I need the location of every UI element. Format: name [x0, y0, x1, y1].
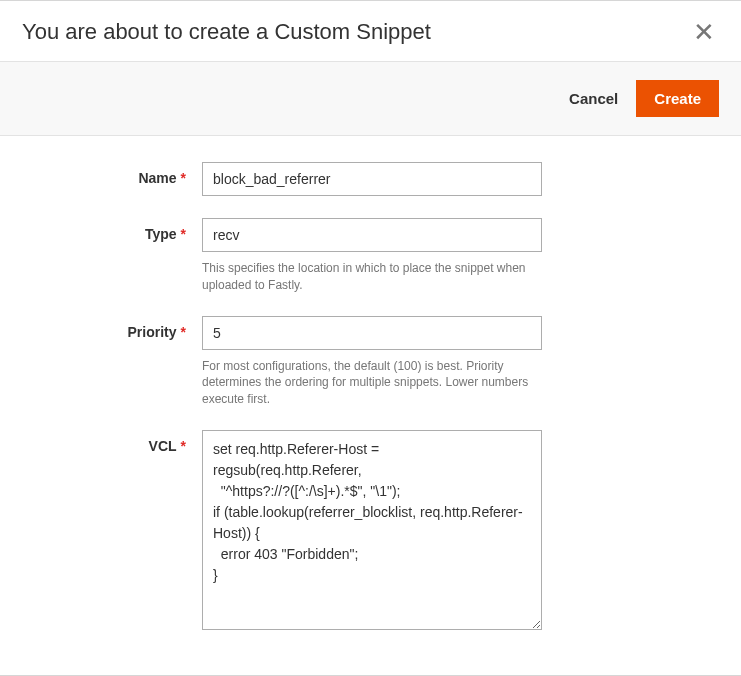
- name-input[interactable]: [202, 162, 542, 196]
- name-label: Name*: [22, 162, 202, 196]
- type-label: Type*: [22, 218, 202, 294]
- type-input[interactable]: [202, 218, 542, 252]
- required-indicator: *: [181, 438, 186, 454]
- field-row-vcl: VCL*: [22, 430, 719, 634]
- modal-header: You are about to create a Custom Snippet…: [0, 1, 741, 61]
- field-row-priority: Priority* For most configurations, the d…: [22, 316, 719, 408]
- required-indicator: *: [181, 324, 186, 340]
- form-body: Name* Type* This specifies the location …: [0, 136, 741, 666]
- modal-title: You are about to create a Custom Snippet: [22, 19, 431, 45]
- vcl-label: VCL*: [22, 430, 202, 634]
- required-indicator: *: [181, 170, 186, 186]
- type-help-text: This specifies the location in which to …: [202, 260, 542, 294]
- field-row-type: Type* This specifies the location in whi…: [22, 218, 719, 294]
- priority-input[interactable]: [202, 316, 542, 350]
- modal-dialog: You are about to create a Custom Snippet…: [0, 0, 741, 676]
- field-row-name: Name*: [22, 162, 719, 196]
- action-bar: Cancel Create: [0, 61, 741, 136]
- required-indicator: *: [181, 226, 186, 242]
- create-button[interactable]: Create: [636, 80, 719, 117]
- priority-help-text: For most configurations, the default (10…: [202, 358, 542, 408]
- priority-label: Priority*: [22, 316, 202, 408]
- cancel-button[interactable]: Cancel: [569, 90, 618, 107]
- vcl-textarea[interactable]: [202, 430, 542, 630]
- close-icon[interactable]: ✕: [689, 19, 719, 45]
